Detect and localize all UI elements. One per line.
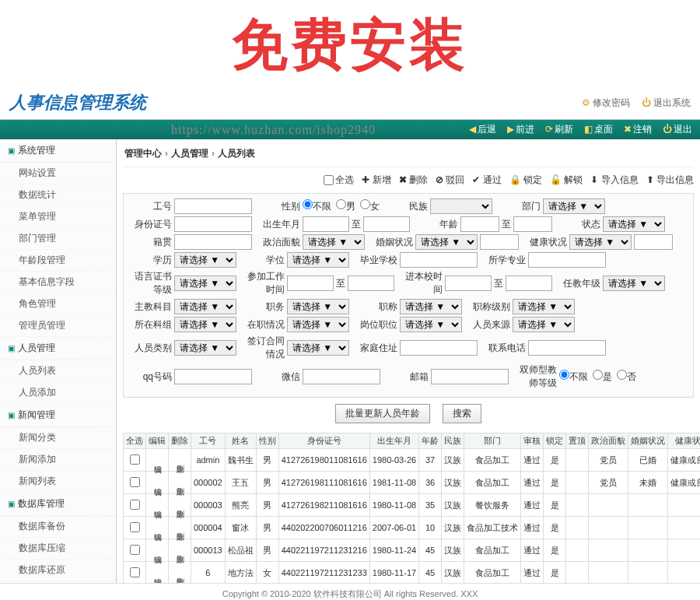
post-select[interactable]: 请选择 ▼ [400,317,462,332]
origin-select[interactable]: 请选择 ▼ [513,317,575,332]
marriage-extra[interactable] [480,234,519,250]
edit-link[interactable]: 编辑 [153,518,161,535]
degree-select[interactable]: 请选择 ▼ [287,252,349,268]
sidebar-item[interactable]: 新闻列表 [0,471,116,493]
nav-refresh[interactable]: ⟳刷新 [545,123,573,136]
sidebar-group[interactable]: 人员管理 [0,337,116,360]
title2-select[interactable]: 请选择 ▼ [400,299,462,314]
status-select[interactable]: 请选择 ▼ [603,216,665,232]
row-check[interactable] [130,454,140,465]
pass-button[interactable]: ✔ 通过 [472,174,501,187]
politics-select[interactable]: 请选择 ▼ [303,234,365,250]
row-check[interactable] [130,477,140,487]
nav-back[interactable]: ◀后退 [469,123,496,136]
import-button[interactable]: ⬇ 导入信息 [590,174,638,187]
delete-link[interactable]: 删除 [176,518,184,535]
nav-exit[interactable]: ⏻退出 [663,123,692,136]
sidebar-group[interactable]: 日志管理 [0,581,116,583]
school-input[interactable] [400,252,478,268]
sidebar-item[interactable]: 人员列表 [0,360,116,382]
dual-radio[interactable]: 不限是否 [559,370,636,384]
main-subj-select[interactable]: 请选择 ▼ [174,299,236,314]
edit-link[interactable]: 编辑 [153,451,161,468]
delete-link[interactable]: 删除 [176,541,184,558]
change-password-link[interactable]: ⚙修改密码 [582,97,630,108]
sidebar-group[interactable]: 系统管理 [0,139,116,163]
email-input[interactable] [431,369,509,384]
batch-update-age-button[interactable]: 批量更新人员年龄 [335,404,430,423]
lock-button[interactable]: 🔒 锁定 [509,174,542,187]
select-all-checkbox[interactable]: 全选 [324,174,354,187]
sidebar-group[interactable]: 新闻管理 [0,404,116,427]
delete-link[interactable]: 删除 [176,496,184,513]
row-check[interactable] [130,522,140,532]
phone-input[interactable] [528,340,606,356]
home-addr-input[interactable] [400,340,478,356]
sidebar-item[interactable]: 数据库压缩 [0,538,116,560]
add-button[interactable]: ✚ 新增 [362,174,390,187]
sidebar-item[interactable]: 数据库备份 [0,516,116,538]
sidebar-item[interactable]: 菜单管理 [0,206,116,228]
delete-button[interactable]: ✖ 删除 [399,174,428,187]
contract-select[interactable]: 请选择 ▼ [287,340,349,356]
sidebar-item[interactable]: 数据库还原 [0,560,116,581]
nav-forward[interactable]: ▶前进 [507,123,534,136]
age-from[interactable] [460,216,499,232]
qq-input[interactable] [174,369,252,384]
row-check[interactable] [130,567,140,577]
sidebar-item[interactable]: 年龄段管理 [0,250,116,272]
reject-button[interactable]: ⊘ 驳回 [436,174,464,187]
sidebar-item[interactable]: 数据统计 [0,184,116,206]
edit-link[interactable]: 编辑 [153,473,161,490]
sidebar-item[interactable]: 新闻添加 [0,449,116,471]
join-from[interactable] [287,275,334,291]
title-level-select[interactable]: 请选择 ▼ [513,299,575,314]
edit-link[interactable]: 编辑 [153,563,161,581]
marriage-select[interactable]: 请选择 ▼ [415,234,478,250]
birth-to[interactable] [363,216,410,232]
group-select[interactable]: 请选择 ▼ [174,317,236,332]
nav-desktop[interactable]: ◧桌面 [584,123,613,136]
sidebar-item[interactable]: 新闻分类 [0,427,116,449]
ptype-select[interactable]: 请选择 ▼ [174,340,236,356]
native-input[interactable] [174,234,252,250]
sidebar-item[interactable]: 网站设置 [0,163,116,184]
sidebar-item[interactable]: 基本信息字段 [0,272,116,293]
title-select[interactable]: 请选择 ▼ [287,299,349,314]
enter-from[interactable] [445,275,492,291]
delete-link[interactable]: 删除 [176,473,184,490]
lang-cert-select[interactable]: 请选择 ▼ [174,275,236,291]
on-job-select[interactable]: 请选择 ▼ [287,317,349,332]
id-no-input[interactable] [174,216,252,232]
sidebar-item[interactable]: 角色管理 [0,293,116,315]
nation-select[interactable] [430,198,492,214]
health-extra[interactable] [634,234,673,250]
dept-select[interactable]: 请选择 ▼ [543,198,605,214]
row-check[interactable] [130,545,140,555]
enter-to[interactable] [506,275,552,291]
join-to[interactable] [348,275,394,291]
search-button[interactable]: 搜索 [443,404,481,423]
sidebar-item[interactable]: 人员添加 [0,382,116,404]
health-select[interactable]: 请选择 ▼ [569,234,632,250]
age-to[interactable] [513,216,552,232]
sidebar-group[interactable]: 数据库管理 [0,493,116,516]
sidebar-item[interactable]: 部门管理 [0,228,116,250]
job-no-input[interactable] [174,198,252,214]
birth-from[interactable] [303,216,349,232]
sidebar-item[interactable]: 管理员管理 [0,315,116,337]
teach-grade-select[interactable]: 请选择 ▼ [603,275,665,291]
edit-link[interactable]: 编辑 [153,541,161,558]
gender-radio[interactable]: 不限男女 [303,199,380,213]
delete-link[interactable]: 删除 [176,451,184,468]
unlock-button[interactable]: 🔓 解锁 [550,174,583,187]
edu-select[interactable]: 请选择 ▼ [174,252,236,268]
wechat-input[interactable] [303,369,380,384]
exit-system-link[interactable]: ⏻退出系统 [642,97,691,108]
major-input[interactable] [528,252,606,268]
nav-signout[interactable]: ✖注销 [624,123,652,136]
delete-link[interactable]: 删除 [176,563,184,581]
edit-link[interactable]: 编辑 [153,496,161,513]
export-button[interactable]: ⬆ 导出信息 [646,174,694,187]
row-check[interactable] [130,500,140,510]
